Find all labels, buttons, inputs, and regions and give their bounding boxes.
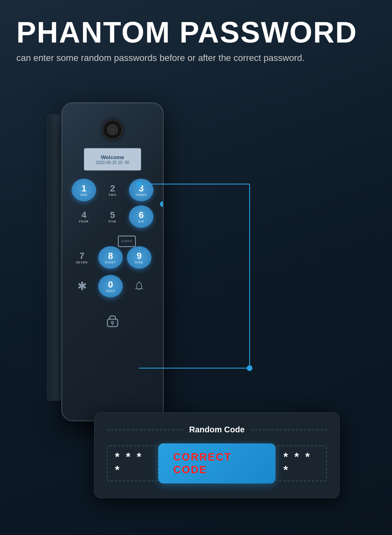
key-1[interactable]: 1 ONE xyxy=(72,179,96,201)
codes-row: * * * * CORRECT CODE * * * * xyxy=(107,443,327,483)
key-3[interactable]: 3 THREE xyxy=(129,179,153,201)
keypad-row4: ✱ 0 ZERO xyxy=(70,275,155,297)
random-stars-left: * * * * xyxy=(115,450,150,477)
key-5[interactable]: 5 FIVE xyxy=(100,205,125,228)
correct-code-button[interactable]: CORRECT CODE xyxy=(158,443,275,483)
dashed-left xyxy=(107,429,183,430)
random-stars-right: * * * * xyxy=(284,450,319,477)
svg-point-2 xyxy=(111,321,113,324)
random-left-box: * * * * xyxy=(107,445,158,481)
connector-dot-top xyxy=(160,201,164,207)
key-star[interactable]: ✱ xyxy=(70,275,94,297)
key-2[interactable]: 2 TWO xyxy=(100,179,125,201)
page-title: PHANTOM PASSWORD xyxy=(16,16,376,49)
correct-code-label: CORRECT CODE xyxy=(173,451,260,476)
svg-point-8 xyxy=(247,365,252,371)
page-subtitle: can enter some random passwords before o… xyxy=(16,53,376,63)
key-hash[interactable] xyxy=(127,275,151,297)
key-9[interactable]: 9 NINE xyxy=(127,246,151,269)
dashed-right xyxy=(251,429,327,430)
panel-title: Random Code xyxy=(189,425,245,434)
key-6[interactable]: 6 SIX xyxy=(129,205,153,228)
svg-rect-1 xyxy=(107,319,117,326)
screen-datetime: 2022-06-25 15: 50 xyxy=(96,160,129,165)
lock-icon xyxy=(104,312,121,329)
lock-body: Welcome 2022-06-25 15: 50 1 ONE 2 TWO 3 … xyxy=(61,102,164,421)
random-right-box: * * * * xyxy=(275,445,327,481)
code-panel: Random Code * * * * CORRECT CODE * * * * xyxy=(94,412,340,498)
key-8[interactable]: 8 EIGHT xyxy=(98,246,123,269)
card-label: CARD xyxy=(122,239,133,243)
screen-welcome: Welcome xyxy=(101,154,124,160)
lock-camera xyxy=(102,119,123,140)
key-0[interactable]: 0 ZERO xyxy=(98,275,123,297)
key-7[interactable]: 7 SEVEN xyxy=(70,246,94,269)
keypad-row3: 7 SEVEN 8 EIGHT 9 NINE xyxy=(70,246,155,269)
panel-title-row: Random Code xyxy=(107,425,327,434)
card-icon: CARD xyxy=(118,236,136,247)
key-4[interactable]: 4 FOUR xyxy=(72,205,96,228)
header: PHANTOM PASSWORD can enter some random p… xyxy=(0,0,392,72)
lock-device: Welcome 2022-06-25 15: 50 1 ONE 2 TWO 3 … xyxy=(25,82,196,450)
lock-screen: Welcome 2022-06-25 15: 50 xyxy=(84,148,141,171)
